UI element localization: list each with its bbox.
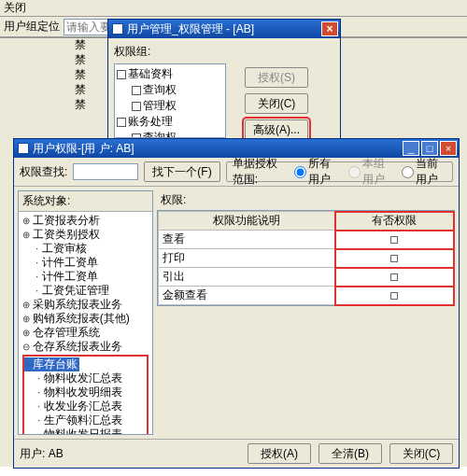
- tree-item[interactable]: 采购系统报表业务: [22, 298, 149, 312]
- footer-user: AB: [49, 447, 64, 460]
- tree-item[interactable]: 工资审核: [22, 242, 149, 256]
- scope-radio-group: 单据授权范围: 所有用户 本组用户 当前用户: [226, 161, 453, 182]
- minimize-icon[interactable]: _: [403, 141, 419, 156]
- group-label: 权限组:: [114, 44, 334, 60]
- app-icon: [18, 143, 29, 154]
- maximize-icon[interactable]: □: [421, 141, 438, 156]
- find-label: 权限查找:: [20, 164, 67, 180]
- permission-grid[interactable]: 权限功能说明 有否权限 查看 打印 引出 金额查看: [157, 210, 455, 306]
- scope-all[interactable]: 所有用户: [294, 156, 339, 188]
- find-next-button[interactable]: 找下一个(F): [144, 161, 219, 182]
- dialog1-titlebar[interactable]: 用户管理_权限管理 - [AB] ×: [108, 20, 340, 38]
- close-icon[interactable]: ×: [440, 141, 457, 156]
- permission-tree[interactable]: 基础资料 查询权 管理权 账务处理 查询权 管理权 固定资产: [114, 63, 226, 138]
- close-icon[interactable]: ×: [321, 21, 338, 36]
- tree-item[interactable]: 仓存系统报表业务: [22, 340, 149, 354]
- tree-header: 系统对象:: [19, 191, 152, 212]
- tree-item[interactable]: 物料收发明细表: [24, 385, 145, 399]
- tree-item[interactable]: 工资报表分析: [22, 214, 149, 228]
- tree-item[interactable]: 计件工资单: [22, 256, 149, 270]
- dialog2-title: 用户权限-[用 户: AB]: [33, 141, 134, 157]
- right-header: 权限:: [157, 190, 455, 210]
- user-permission-dialog: 用户权限-[用 户: AB] _ □ × 权限查找: 找下一个(F) 单据授权范…: [13, 138, 460, 469]
- tree-item[interactable]: 购销系统报表(其他): [22, 312, 149, 326]
- scope-current[interactable]: 当前用户: [402, 156, 446, 188]
- tree-item[interactable]: 计件工资单: [22, 270, 149, 284]
- tree-item-selected[interactable]: 库存台账: [24, 357, 79, 371]
- tree-item[interactable]: 生产领料汇总表: [24, 413, 145, 427]
- grid-check[interactable]: [335, 249, 453, 268]
- advanced-button[interactable]: 高级(A)...: [245, 119, 308, 140]
- object-tree[interactable]: 系统对象: 工资报表分析 工资类别授权 工资审核 计件工资单 计件工资单 工资凭…: [18, 190, 153, 435]
- bg-toolbar-text: 关闭: [4, 0, 26, 16]
- tree-item[interactable]: 工资凭证管理: [22, 284, 149, 298]
- footer-user-label: 用户:: [20, 447, 45, 460]
- tree-item[interactable]: 收发业务汇总表: [24, 399, 145, 413]
- find-input[interactable]: [73, 163, 138, 180]
- clear-all-button[interactable]: 全清(B): [318, 443, 382, 464]
- scope-group: 本组用户: [348, 156, 393, 188]
- grant-button[interactable]: 授权(A): [248, 443, 311, 464]
- grid-cell: 打印: [159, 249, 336, 268]
- grid-cell: 金额查看: [159, 287, 336, 305]
- tree-item[interactable]: 物料收发日报表: [24, 427, 145, 435]
- close-button[interactable]: 关闭(C): [389, 443, 453, 464]
- tree-item[interactable]: 物料收发汇总表: [24, 371, 145, 385]
- locate-label: 用户组定位: [4, 19, 60, 35]
- app-icon: [112, 23, 123, 35]
- grid-cell: 查看: [159, 231, 336, 249]
- permission-group-dialog: 用户管理_权限管理 - [AB] × 权限组: 基础资料 查询权 管理权 账务处…: [107, 19, 341, 147]
- dialog2-titlebar[interactable]: 用户权限-[用 户: AB] _ □ ×: [14, 139, 459, 158]
- tree-item[interactable]: 工资类别授权: [22, 228, 149, 242]
- tree-item[interactable]: 仓存管理系统: [22, 326, 149, 340]
- grid-check[interactable]: [335, 268, 453, 287]
- grid-col-desc: 权限功能说明: [159, 212, 336, 231]
- scope-label: 单据授权范围:: [233, 156, 286, 188]
- close-button[interactable]: 关闭(C): [245, 93, 308, 114]
- dialog1-title: 用户管理_权限管理 - [AB]: [127, 21, 254, 37]
- grid-col-has: 有否权限: [335, 212, 453, 231]
- grid-check[interactable]: [335, 231, 453, 249]
- grid-check[interactable]: [335, 287, 453, 305]
- bg-side-col: 禁 禁 禁 禁 禁: [75, 37, 108, 112]
- grid-cell: 引出: [159, 268, 336, 287]
- grant-button: 授权(S): [245, 67, 308, 88]
